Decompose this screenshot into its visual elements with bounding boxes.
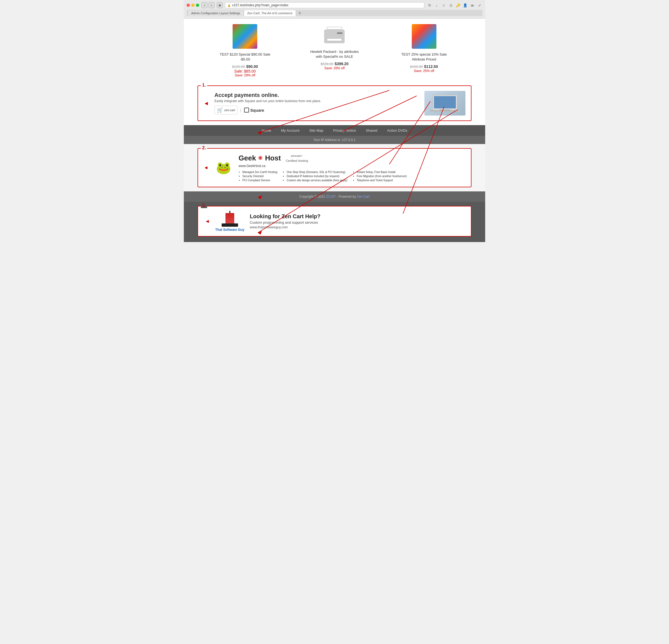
product-image-1[interactable] [232, 24, 257, 49]
tsg-hat [222, 211, 238, 227]
nav-links: Home My Account Site Map Privacy Notice … [257, 125, 412, 136]
ad1-title: Accept payments online. [214, 92, 420, 98]
geekhost-leaf-icon: ❋ [258, 155, 263, 161]
ad3-url: www.thatsoftwareguy.com [250, 225, 464, 229]
reader-view-button[interactable]: ⊞ [217, 2, 223, 8]
lock-icon: 🔒 [227, 4, 231, 7]
nav-item-dvds[interactable]: Action DVDs [382, 125, 412, 136]
geekhost-certified: zencart✓Certified Hosting [286, 153, 308, 163]
copyright-link-zc157[interactable]: ZC157 [326, 195, 336, 199]
nav-item-sitemap[interactable]: Site Map [304, 125, 328, 136]
address-bar[interactable]: 🔒 v157.test/index.php?main_page=index [225, 2, 424, 8]
nav-section: Home My Account Site Map Privacy Notice … [184, 125, 485, 144]
refresh-button[interactable]: ↻ [427, 2, 432, 8]
ad1-logos: 🛒 zen.cart | Square [214, 106, 420, 115]
product-price-special-1: $90.00 [246, 64, 258, 69]
geekhost-col3: Instant Setup, Free Basic Install Free M… [353, 170, 407, 182]
ad2-content: Geek ❋ Host zencart✓Certified Hosting ww… [239, 153, 466, 182]
ad1-subtitle: Easily integrate with Square and run you… [214, 99, 420, 103]
ad1-image [424, 91, 466, 116]
product-name-3: TEST 25% special 10% Sale Attribute Pric… [397, 52, 452, 62]
svg-rect-1 [434, 96, 456, 108]
tabs-bar: Admin Configuration Layout Settings Zen … [187, 10, 482, 16]
nav-link-account[interactable]: My Account [276, 125, 304, 136]
ad3-subtitle: Custom programming and support services [250, 220, 464, 224]
geekhost-host: Host [265, 154, 281, 162]
ad1-content: Accept payments online. Easily integrate… [214, 92, 420, 115]
product-item-3: TEST 25% special 10% Sale Attribute Pric… [397, 24, 452, 73]
main-nav: Home My Account Site Map Privacy Notice … [184, 125, 485, 136]
product-item-2: Hewlett Packard - by attributes with Spe… [307, 24, 362, 70]
product-price-special-2: $399.20 [334, 62, 348, 66]
product-price-save-2: Save: 26% off [307, 66, 362, 70]
svg-rect-3 [439, 109, 451, 111]
ad-banner-3-wrapper: 3. ◄ That Software Guy Looking for Zen C… [184, 202, 485, 242]
copyright-bar: Copyright © 2021 ZC157 . Powered by Zen … [184, 191, 485, 202]
bookmark-button[interactable]: ☆ [441, 2, 447, 8]
tsg-hat-top [226, 213, 234, 223]
download-button[interactable]: ↓ [434, 2, 440, 8]
product-price-special-3: $112.50 [424, 64, 438, 69]
nav-link-privacy[interactable]: Privacy Notice [328, 125, 361, 136]
tab-admin[interactable]: Admin Configuration Layout Settings [188, 10, 244, 16]
copyright-link-zencart[interactable]: Zen Cart [357, 195, 370, 199]
share-button[interactable]: ⎙ [448, 2, 454, 8]
maximize-button[interactable] [196, 3, 199, 7]
geekhost-url: www.GeekHost.ca [239, 164, 466, 168]
product-name-2: Hewlett Packard - by attributes with Spe… [307, 49, 362, 59]
ad3-number: 3. [202, 203, 206, 208]
ip-address-text: Your IP Address is: 127.0.0.1 [313, 138, 356, 142]
nav-item-home[interactable]: Home [257, 125, 276, 136]
tsg-hat-brim [222, 223, 238, 227]
password-button[interactable]: 🔑 [455, 2, 461, 8]
tsg-name: That Software Guy [215, 228, 244, 232]
product-price-original-3: $150.00 [410, 64, 423, 69]
new-tab-button[interactable]: + [297, 11, 302, 16]
nav-link-shared[interactable]: Shared [361, 125, 382, 136]
profile-button[interactable]: 👤 [462, 2, 468, 8]
ad2-arrow: ◄ [203, 165, 209, 171]
frog-icon: 🐸 [213, 160, 234, 175]
tsg-logo: That Software Guy [215, 211, 244, 232]
zencart-logo: 🛒 zen.cart [214, 106, 238, 115]
product-image-3[interactable] [412, 24, 437, 49]
nav-link-home[interactable]: Home [257, 125, 276, 136]
nav-item-shared[interactable]: Shared [361, 125, 382, 136]
url-text: v157.test/index.php?main_page=index [232, 3, 288, 7]
nav-link-sitemap[interactable]: Site Map [304, 125, 328, 136]
geekhost-features: Managed Zen Cart® Hosting Security Orien… [239, 170, 466, 182]
product-item-1: TEST $120 Special $90.00 Sale -$5.00 $12… [217, 24, 272, 77]
ad1-arrow: ◄ [203, 100, 209, 106]
browser-chrome: ‹ › ⊞ 🔒 v157.test/index.php?main_page=in… [184, 0, 485, 19]
ad3-arrow: ◄ [205, 219, 210, 224]
back-button[interactable]: ‹ [201, 2, 208, 8]
nav-item-account[interactable]: My Account [276, 125, 304, 136]
product-price-sale-1: Sale: $85.00 [217, 69, 272, 73]
extensions-button[interactable]: æ [469, 2, 475, 8]
product-image-2[interactable] [322, 24, 347, 46]
ad3-title: Looking for Zen Cart Help? [250, 213, 464, 220]
product-price-original-1: $120.00 [232, 64, 245, 69]
products-section: TEST $120 Special $90.00 Sale -$5.00 $12… [184, 19, 485, 83]
nav-item-privacy[interactable]: Privacy Notice [328, 125, 361, 136]
product-name-1: TEST $120 Special $90.00 Sale -$5.00 [217, 52, 272, 62]
geekhost-col1: Managed Zen Cart® Hosting Security Orien… [239, 170, 277, 182]
ad-banner-1[interactable]: 1. ◄ Accept payments online. Easily inte… [198, 85, 471, 121]
copyright-text: Copyright © 2021 [299, 195, 326, 199]
ad3-content: Looking for Zen Cart Help? Custom progra… [250, 213, 464, 229]
ad-banner-3[interactable]: 3. ◄ That Software Guy Looking for Zen C… [198, 206, 471, 237]
close-button[interactable] [187, 3, 190, 7]
laptop-svg [427, 92, 463, 114]
product-price-save-3: Save: 25% off [397, 69, 452, 73]
nav-link-dvds[interactable]: Action DVDs [382, 125, 412, 136]
tab-zencart[interactable]: Zen Cart!, The Art of E-commerce [244, 10, 296, 16]
copyright-powered: . Powered by [337, 195, 357, 199]
ad2-number: 2. [202, 145, 206, 150]
ad-banner-2-wrapper: 2. ◄ 🐸 Geek ❋ Host zencart✓Certified Hos… [184, 144, 485, 191]
resize-button[interactable]: ⤢ [476, 2, 482, 8]
minimize-button[interactable] [191, 3, 195, 7]
geekhost-header: Geek ❋ Host zencart✓Certified Hosting [239, 153, 466, 163]
forward-button[interactable]: › [209, 2, 214, 8]
product-price-original-2: $539.00 [321, 62, 333, 66]
ad-banner-2[interactable]: 2. ◄ 🐸 Geek ❋ Host zencart✓Certified Hos… [198, 148, 471, 187]
